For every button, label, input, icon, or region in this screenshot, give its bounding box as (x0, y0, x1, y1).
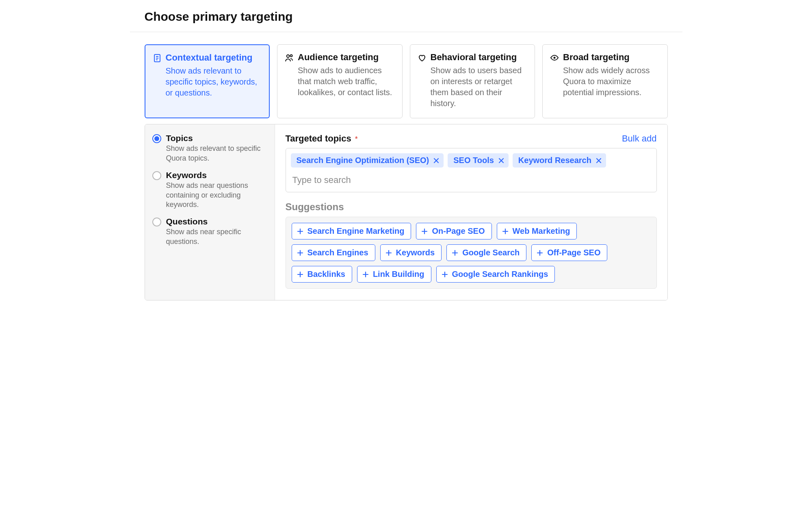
close-icon[interactable] (595, 157, 602, 164)
targeting-card-broad[interactable]: Broad targetingShow ads widely across Qu… (542, 44, 668, 118)
suggestion-label: Link Building (373, 270, 424, 279)
targeting-panel: TopicsShow ads relevant to specific Quor… (145, 124, 668, 300)
suggestion-chip[interactable]: Web Marketing (497, 223, 577, 239)
plus-icon (442, 271, 448, 278)
suggestion-chip[interactable]: Search Engines (292, 244, 375, 261)
suggestion-chip[interactable]: Google Search Rankings (436, 266, 555, 283)
targeting-card-audience[interactable]: Audience targetingShow ads to audiences … (277, 44, 403, 118)
suggestion-label: Search Engine Marketing (307, 226, 405, 236)
suggestions-heading: Suggestions (286, 201, 657, 213)
radio-text: QuestionsShow ads near specific question… (166, 217, 267, 246)
sidebar-option-questions[interactable]: QuestionsShow ads near specific question… (152, 217, 267, 246)
required-marker: * (355, 135, 358, 143)
document-icon (153, 54, 162, 63)
main-area: Targeted topics * Bulk add Search Engine… (275, 124, 667, 300)
radio-text: TopicsShow ads relevant to specific Quor… (166, 133, 267, 163)
radio-label: Questions (166, 217, 267, 226)
card-description: Show ads to users based on interests or … (431, 65, 528, 109)
suggestion-label: Web Marketing (513, 226, 570, 236)
radio-description: Show ads near questions containing or ex… (166, 181, 267, 209)
suggestion-chip[interactable]: Link Building (357, 266, 431, 283)
eye-icon (550, 53, 559, 62)
plus-icon (502, 228, 509, 235)
field-header: Targeted topics * Bulk add (286, 133, 657, 144)
selected-topic-chip: SEO Tools (448, 153, 509, 168)
card-description: Show ads relevant to specific topics, ke… (166, 65, 262, 98)
radio-label: Topics (166, 133, 267, 143)
chip-label: Keyword Research (518, 156, 591, 165)
suggestion-label: On-Page SEO (432, 226, 485, 236)
targeting-cards-row: Contextual targetingShow ads relevant to… (145, 44, 668, 118)
suggestion-label: Backlinks (307, 270, 345, 279)
plus-icon (385, 250, 392, 256)
radio-text: KeywordsShow ads near questions containi… (166, 170, 267, 209)
suggestions-box: Search Engine MarketingOn-Page SEOWeb Ma… (286, 217, 657, 289)
targeted-topics-label: Targeted topics (286, 133, 351, 144)
search-input[interactable] (291, 172, 652, 189)
chip-label: Search Engine Optimization (SEO) (297, 156, 429, 165)
chip-label: SEO Tools (453, 156, 494, 165)
suggestion-chip[interactable]: On-Page SEO (416, 223, 492, 239)
sidebar-option-topics[interactable]: TopicsShow ads relevant to specific Quor… (152, 133, 267, 163)
card-title: Audience targeting (298, 52, 379, 63)
plus-icon (452, 250, 458, 256)
suggestion-label: Keywords (396, 248, 435, 257)
card-title: Broad targeting (563, 52, 630, 63)
radio-label: Keywords (166, 170, 267, 180)
suggestion-label: Google Search Rankings (452, 270, 548, 279)
radio-description: Show ads relevant to specific Quora topi… (166, 144, 267, 163)
close-icon[interactable] (433, 157, 440, 164)
radio-button[interactable] (152, 134, 161, 143)
plus-icon (537, 250, 543, 256)
page-title: Choose primary targeting (130, 0, 682, 32)
card-title: Behavioral targeting (431, 52, 517, 63)
field-label-wrap: Targeted topics * (286, 133, 358, 144)
card-title: Contextual targeting (166, 52, 253, 63)
radio-button[interactable] (152, 171, 161, 180)
suggestion-chip[interactable]: Off-Page SEO (531, 244, 607, 261)
targeting-card-contextual[interactable]: Contextual targetingShow ads relevant to… (145, 44, 270, 118)
suggestion-chip[interactable]: Backlinks (292, 266, 352, 283)
plus-icon (421, 228, 428, 235)
card-description: Show ads widely across Quora to maximize… (563, 65, 660, 98)
targeting-card-behavioral[interactable]: Behavioral targetingShow ads to users ba… (410, 44, 535, 118)
suggestion-chip[interactable]: Search Engine Marketing (292, 223, 411, 239)
card-description: Show ads to audiences that match web tra… (298, 65, 395, 98)
plus-icon (362, 271, 369, 278)
plus-icon (297, 228, 303, 235)
topics-input-box[interactable]: Search Engine Optimization (SEO)SEO Tool… (286, 148, 657, 192)
sidebar: TopicsShow ads relevant to specific Quor… (145, 124, 275, 300)
suggestion-label: Google Search (462, 248, 520, 257)
plus-icon (297, 271, 303, 278)
sidebar-option-keywords[interactable]: KeywordsShow ads near questions containi… (152, 170, 267, 209)
suggestion-label: Search Engines (307, 248, 368, 257)
suggestion-chip[interactable]: Keywords (380, 244, 442, 261)
bulk-add-link[interactable]: Bulk add (622, 133, 657, 144)
heart-icon (418, 53, 427, 62)
close-icon[interactable] (498, 157, 505, 164)
plus-icon (297, 250, 303, 256)
radio-description: Show ads near specific questions. (166, 227, 267, 246)
divider (130, 32, 682, 32)
people-icon (285, 53, 294, 62)
suggestion-chip[interactable]: Google Search (446, 244, 526, 261)
selected-topic-chip: Search Engine Optimization (SEO) (291, 153, 444, 168)
radio-button[interactable] (152, 218, 161, 226)
suggestion-label: Off-Page SEO (547, 248, 600, 257)
selected-topic-chip: Keyword Research (513, 153, 606, 168)
